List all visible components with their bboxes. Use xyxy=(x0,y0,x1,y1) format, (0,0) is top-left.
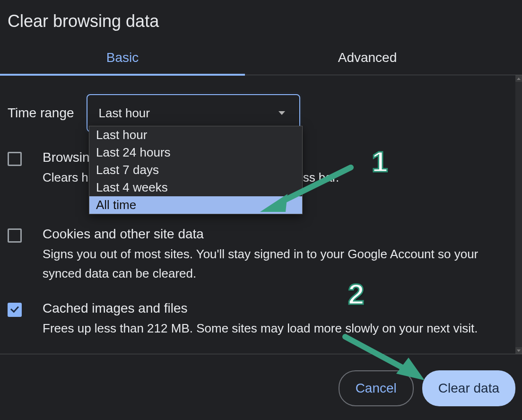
tab-bar: Basic Advanced xyxy=(0,43,522,75)
cookies-checkbox[interactable] xyxy=(8,228,22,243)
cancel-button[interactable]: Cancel xyxy=(339,370,414,406)
cookies-title: Cookies and other site data xyxy=(43,227,500,242)
cache-title: Cached images and files xyxy=(43,301,500,316)
scroll-down-icon[interactable] xyxy=(515,347,522,354)
scroll-up-icon[interactable] xyxy=(515,75,522,82)
clear-browsing-data-dialog: Clear browsing data Basic Advanced Time … xyxy=(0,0,522,420)
cookies-desc: Signs you out of most sites. You'll stay… xyxy=(43,245,500,283)
time-range-label: Time range xyxy=(8,105,74,121)
dialog-footer: Cancel Clear data xyxy=(0,354,522,406)
dialog-content: Time range Last hour Last hour Last 24 h… xyxy=(0,75,522,354)
option-all-time[interactable]: All time xyxy=(89,196,302,214)
option-last-hour[interactable]: Last hour xyxy=(89,126,302,144)
cache-checkbox[interactable] xyxy=(8,303,22,317)
caret-down-icon xyxy=(278,111,285,115)
cache-item: Cached images and files Frees up less th… xyxy=(8,283,514,338)
dialog-title: Clear browsing data xyxy=(0,0,522,31)
tab-advanced[interactable]: Advanced xyxy=(245,43,490,75)
time-range-dropdown: Last hour Last 24 hours Last 7 days Last… xyxy=(89,126,303,214)
clear-data-button[interactable]: Clear data xyxy=(422,370,515,406)
content-scrollbar[interactable] xyxy=(515,75,522,354)
option-last-4-weeks[interactable]: Last 4 weeks xyxy=(89,179,302,196)
check-icon xyxy=(10,304,19,313)
browsing-history-checkbox[interactable] xyxy=(8,152,22,166)
time-range-selected-value: Last hour xyxy=(99,106,150,121)
cache-desc: Frees up less than 212 MB. Some sites ma… xyxy=(43,319,500,338)
option-last-24-hours[interactable]: Last 24 hours xyxy=(89,144,302,161)
option-last-7-days[interactable]: Last 7 days xyxy=(89,161,302,179)
tab-basic[interactable]: Basic xyxy=(0,43,245,76)
